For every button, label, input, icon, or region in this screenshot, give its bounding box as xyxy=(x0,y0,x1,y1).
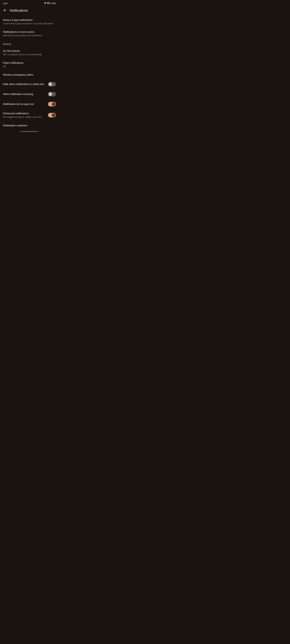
flash-notifications-subtitle: Off xyxy=(3,65,54,68)
notifications-lock-screen-title: Notifications on lock screen xyxy=(3,30,54,34)
hide-silent-notifications-item[interactable]: Hide silent notifications in status bar xyxy=(0,79,59,89)
notification-dot-toggle[interactable] xyxy=(48,102,56,106)
enhanced-notifications-title: Enhanced notifications xyxy=(3,112,46,115)
notification-cooldown-item[interactable]: Notification cooldown xyxy=(0,121,59,130)
settings-content: Device & app notifications Control which… xyxy=(0,16,59,130)
enhanced-notifications-toggle-thumb xyxy=(52,113,56,117)
bottom-bar xyxy=(0,130,59,134)
wireless-emergency-alerts-title: Wireless emergency alerts xyxy=(3,73,54,76)
wireless-emergency-alerts-item[interactable]: Wireless emergency alerts xyxy=(0,70,59,79)
svg-rect-1 xyxy=(50,3,51,4)
general-section-header: General xyxy=(0,40,59,47)
general-label: General xyxy=(3,43,11,45)
hide-silent-notifications-title: Hide silent notifications in status bar xyxy=(3,82,46,86)
flash-notifications-item[interactable]: Flash notifications Off xyxy=(0,58,59,70)
settings-item[interactable]: Device & app notifications Control which… xyxy=(0,16,59,28)
allow-notification-snoozing-toggle[interactable] xyxy=(48,92,56,96)
wifi-icon xyxy=(44,2,47,5)
notifications-lock-screen-subtitle: Hide silent conversations and notificati… xyxy=(3,34,54,37)
notification-dot-item[interactable]: Notification dot on app icon xyxy=(0,99,59,109)
battery-icon xyxy=(48,2,51,4)
do-not-disturb-subtitle: Off / 1 schedule can turn on automatical… xyxy=(3,53,54,56)
home-indicator xyxy=(20,131,39,132)
page-header: Notifications xyxy=(0,6,59,16)
svg-rect-2 xyxy=(48,2,48,4)
settings-item[interactable]: Notifications on lock screen Hide silent… xyxy=(0,28,59,40)
device-app-notifications-title: Device & app notifications xyxy=(3,18,54,22)
notification-dot-title: Notification dot on app icon xyxy=(3,102,46,106)
allow-notification-snoozing-title: Allow notification snoozing xyxy=(3,92,46,96)
enhanced-notifications-subtitle: Get suggested actions, replies, and more xyxy=(3,116,46,118)
do-not-disturb-item[interactable]: Do Not Disturb Off / 1 schedule can turn… xyxy=(0,47,59,58)
status-bar: 3:35 29% xyxy=(0,0,59,6)
back-button[interactable] xyxy=(3,8,7,13)
status-icons: 29% xyxy=(44,2,56,5)
page-title: Notifications xyxy=(10,8,28,12)
hide-silent-notifications-toggle[interactable] xyxy=(48,82,56,86)
battery-percentage: 29% xyxy=(52,2,56,4)
enhanced-notifications-item[interactable]: Enhanced notifications Get suggested act… xyxy=(0,109,59,121)
allow-notification-snoozing-item[interactable]: Allow notification snoozing xyxy=(0,89,59,99)
device-app-notifications-subtitle: Control which apps and devices can read … xyxy=(3,22,54,25)
status-time: 3:35 xyxy=(3,2,8,5)
flash-notifications-title: Flash notifications xyxy=(3,61,54,64)
do-not-disturb-title: Do Not Disturb xyxy=(3,49,54,53)
notification-cooldown-title: Notification cooldown xyxy=(3,124,54,127)
enhanced-notifications-toggle[interactable] xyxy=(48,113,56,118)
